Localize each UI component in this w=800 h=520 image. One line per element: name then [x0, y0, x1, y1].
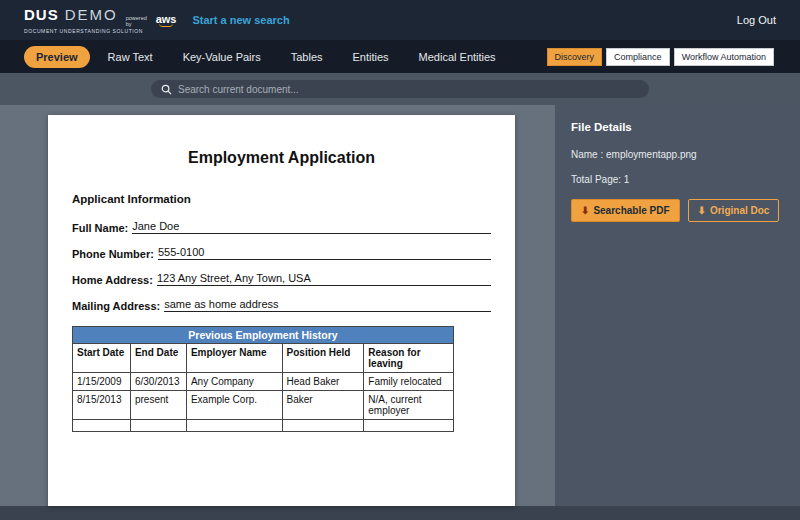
tab-medical-entities[interactable]: Medical Entities [407, 46, 508, 68]
download-icon: ⬇ [581, 205, 589, 216]
file-details-panel: File Details Name : employmentapp.png To… [555, 105, 800, 506]
employment-history-table: Previous Employment History Start Date E… [72, 326, 454, 432]
search-strip [0, 73, 800, 105]
aws-logo-icon: aws [156, 14, 177, 27]
file-details-title: File Details [571, 121, 784, 133]
search-input[interactable] [178, 84, 639, 95]
col-employer-name: Employer Name [186, 344, 282, 373]
mode-switcher: Discovery Compliance Workflow Automation [547, 48, 774, 66]
aws-smile-icon [159, 23, 173, 27]
tab-tables[interactable]: Tables [279, 46, 335, 68]
tab-key-value-pairs[interactable]: Key-Value Pairs [171, 46, 273, 68]
col-position-held: Position Held [282, 344, 364, 373]
logo-dus-text: DUS [24, 6, 59, 23]
tab-raw-text[interactable]: Raw Text [96, 46, 165, 68]
search-icon [161, 84, 172, 95]
table-row-empty [73, 420, 454, 432]
document-search-box[interactable] [151, 80, 649, 98]
powered-by-aws: powered by aws [126, 14, 177, 27]
table-title-row: Previous Employment History [73, 327, 454, 344]
logout-link[interactable]: Log Out [737, 14, 776, 26]
applicant-info-heading: Applicant Information [72, 193, 491, 205]
download-buttons: ⬇ Searchable PDF ⬇ Original Doc [571, 199, 784, 222]
logo-subtitle: DOCUMENT UNDERSTANDING SOLUTION [24, 28, 176, 34]
col-end-date: End Date [130, 344, 186, 373]
total-page-line: Total Page: 1 [571, 174, 784, 185]
file-name-line: Name : employmentapp.png [571, 149, 784, 160]
content-area: Employment Application Applicant Informa… [0, 105, 800, 506]
tab-preview[interactable]: Preview [24, 46, 90, 68]
table-title: Previous Employment History [73, 327, 454, 344]
searchable-pdf-button[interactable]: ⬇ Searchable PDF [571, 199, 680, 222]
logo-demo-text: DEMO [65, 6, 118, 23]
app-logo: DUS DEMO powered by aws DOCUMENT UNDERST… [24, 6, 176, 35]
start-new-search-link[interactable]: Start a new search [192, 14, 289, 26]
download-icon: ⬇ [698, 205, 706, 216]
field-full-name: Full Name: Jane Doe [72, 220, 491, 234]
col-start-date: Start Date [73, 344, 131, 373]
tab-entities[interactable]: Entities [341, 46, 401, 68]
powered-by-label: powered by [126, 15, 152, 27]
field-home-address: Home Address: 123 Any Street, Any Town, … [72, 272, 491, 286]
document-preview-area: Employment Application Applicant Informa… [0, 105, 555, 506]
table-header-row: Start Date End Date Employer Name Positi… [73, 344, 454, 373]
document-page: Employment Application Applicant Informa… [48, 115, 515, 506]
col-reason-for-leaving: Reason for leaving [364, 344, 454, 373]
field-phone-number: Phone Number: 555-0100 [72, 246, 491, 260]
mode-discovery-button[interactable]: Discovery [547, 48, 603, 66]
main-tab-bar: Preview Raw Text Key-Value Pairs Tables … [0, 40, 800, 73]
mode-workflow-automation-button[interactable]: Workflow Automation [674, 48, 774, 66]
table-row: 1/15/2009 6/30/2013 Any Company Head Bak… [73, 373, 454, 391]
field-mailing-address: Mailing Address: same as home address [72, 298, 491, 312]
top-header: DUS DEMO powered by aws DOCUMENT UNDERST… [0, 0, 800, 40]
original-doc-button[interactable]: ⬇ Original Doc [688, 199, 780, 222]
table-row: 8/15/2013 present Example Corp. Baker N/… [73, 391, 454, 420]
mode-compliance-button[interactable]: Compliance [606, 48, 670, 66]
document-title: Employment Application [72, 149, 491, 167]
bottom-strip [0, 506, 800, 520]
